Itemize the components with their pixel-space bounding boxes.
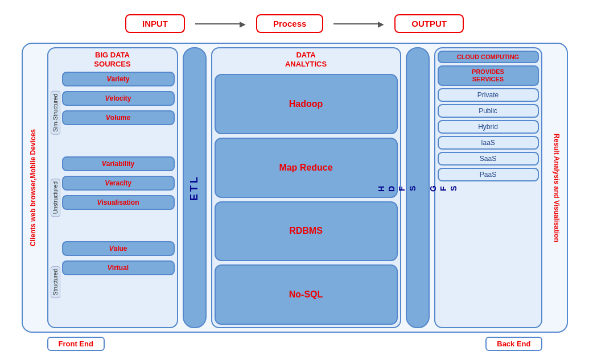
analytics-title: DATA ANALYTICS [215, 51, 398, 68]
arrow-2 [333, 19, 384, 28]
etl-panel: ETL [183, 47, 207, 328]
unstructured-items: Variability Veracity Visualisation [62, 155, 175, 240]
saas-chip: SaaS [438, 152, 539, 166]
nosql-item: No-SQL [215, 264, 398, 325]
value-chip: Value [62, 241, 175, 256]
hadoop-item: Hadoop [215, 74, 398, 134]
arrow-1 [195, 19, 246, 28]
sim-structured-label: Sim-Structured [51, 91, 60, 135]
bottom-labels: Front End Back End [47, 337, 542, 351]
left-label-text: Clients web browser,Mobile Devices [29, 129, 37, 246]
structured-category: Structured [51, 240, 60, 325]
rdbms-item: RDBMS [215, 201, 398, 262]
veracity-chip: Veracity [62, 176, 175, 191]
etl-label: ETL [188, 175, 200, 201]
variability-chip: Variability [62, 156, 175, 171]
provides-services-label: PROVIDES SERVICES [438, 65, 539, 86]
back-end-label: Back End [485, 337, 542, 351]
velocity-chip: Velocity [62, 91, 175, 106]
output-box: OUTPUT [394, 14, 464, 33]
structured-items: Value Virtual [62, 240, 175, 325]
top-flow: INPUT Process OUTPUT [44, 14, 545, 33]
analytics-panel: DATA ANALYTICS Hadoop Map Reduce RDBMS N… [211, 47, 401, 328]
left-side-label: Clients web browser,Mobile Devices [22, 43, 44, 333]
virtual-chip: Virtual [62, 260, 175, 275]
right-label-text: Result Analysis and Visualisation [553, 134, 561, 242]
private-chip: Private [438, 88, 539, 102]
visualisation-chip: Visualisation [62, 195, 175, 210]
paas-chip: PaaS [438, 168, 539, 181]
cloud-title: CLOUD COMPUTING [438, 51, 539, 63]
hybrid-chip: Hybrid [438, 120, 539, 134]
mapreduce-item: Map Reduce [215, 138, 398, 198]
process-box: Process [256, 14, 323, 33]
right-side-label: Result Analysis and Visualisation [545, 43, 568, 333]
diagram: INPUT Process OUTPUT Clients web browser… [16, 9, 574, 355]
unstructured-category: Unstructured [51, 155, 60, 240]
variety-chip: Variety [62, 72, 175, 86]
sim-structured-items: Variety Velocity Volume [62, 71, 175, 155]
input-box: INPUT [125, 14, 185, 33]
unstructured-row: Unstructured Variability Veracity Visual… [51, 155, 175, 240]
hdfs-panel: HDFSGFS [406, 47, 430, 328]
volume-chip: Volume [62, 110, 175, 125]
unstructured-label: Unstructured [51, 179, 60, 217]
sim-structured-category: Sim-Structured [51, 71, 60, 155]
big-data-title: BIG DATA SOURCES [51, 51, 175, 68]
structured-row: Structured Value Virtual [51, 240, 175, 325]
iaas-chip: IaaS [438, 136, 539, 150]
unstructured-section: Unstructured Variability Veracity Visual… [51, 155, 175, 240]
front-end-label: Front End [47, 337, 105, 351]
structured-label: Structured [51, 266, 60, 298]
bd-all-items: Sim-Structured Variety Velocity Volume [51, 71, 175, 155]
structured-section: Structured Value Virtual [51, 240, 175, 325]
public-chip: Public [438, 104, 539, 118]
big-data-panel: BIG DATA SOURCES Sim-Structured Variety … [47, 47, 178, 328]
hdfs-label: HDFSGFS [376, 184, 459, 192]
inner-content: BIG DATA SOURCES Sim-Structured Variety … [47, 47, 542, 328]
sim-structured-section: Sim-Structured Variety Velocity Volume [51, 71, 175, 155]
